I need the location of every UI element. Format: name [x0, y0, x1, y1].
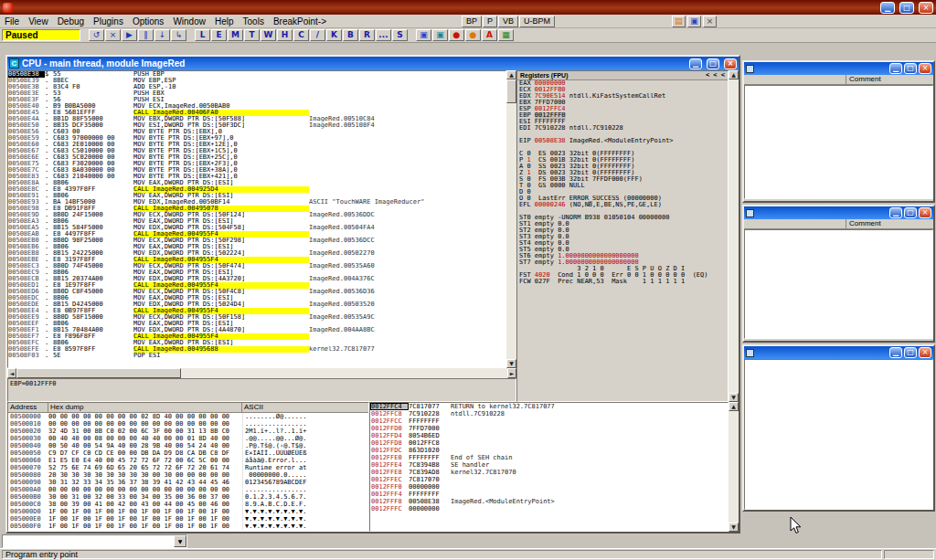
dump-row[interactable]: 005000E0 1F 00 1F 00 1F 00 1F 00 1F 00 1…	[8, 515, 368, 523]
disasm-row[interactable]: 00508EB0 . 8B0D 98F25000 MOV ECX,DWORD P…	[8, 238, 505, 244]
disasm-row[interactable]: 00508ED6 . 8B0D C8F45000 MOV ECX,DWORD P…	[8, 289, 505, 295]
menu-item[interactable]: File	[0, 16, 24, 27]
stack-row[interactable]: 0012FFD8 0012FFC8	[370, 439, 728, 447]
disasm-row[interactable]: 00508EFE . E8 8597F8FF CALL ImageRed.004…	[8, 346, 505, 353]
fpu-register-row[interactable]: ST2 empty 0.0	[517, 227, 728, 234]
info-pane[interactable]: EBP=0012FFF0	[7, 378, 516, 402]
side1-col2-header[interactable]: Comment	[846, 75, 933, 84]
menu-item[interactable]: Window	[168, 16, 210, 27]
disasm-row[interactable]: 00508E56 . C603 00 MOV BYTE PTR DS:[EBX]…	[8, 129, 505, 135]
stack-row[interactable]: 0012FFEC 7C817070	[370, 476, 728, 483]
cpu-minimize-button[interactable]	[689, 58, 702, 69]
register-row[interactable]: ESI FFFFFFFF	[517, 119, 728, 125]
flag-row[interactable]: T 0 GS 0000 NULL	[517, 183, 728, 189]
register-row[interactable]: EBX 7FFD7000	[517, 100, 728, 106]
side2-col2-header[interactable]: Comment	[846, 219, 933, 228]
dump-row[interactable]: 00500080 20 30 30 30 30 30 30 30 30 00 3…	[8, 471, 368, 479]
stack-row[interactable]: 0012FFF8 00508E38 ImageRed.<ModuleEntryP…	[370, 498, 728, 505]
fpu-register-row[interactable]: ST7 empty 1.0000000000000000000	[517, 259, 728, 266]
registers-pane[interactable]: Registers (FPU) < < < EAX 00000000 ECX 0…	[516, 70, 729, 402]
side2-minimize-button[interactable]	[889, 207, 902, 218]
fpu-register-row[interactable]: ST4 empty 0.0	[517, 240, 728, 247]
menu-item[interactable]: Options	[128, 16, 168, 27]
disasm-row[interactable]: 00508E3F . 56 PUSH ESI	[8, 97, 505, 103]
dump-row[interactable]: 00500090 30 31 32 33 34 35 36 37 38 39 4…	[8, 479, 368, 486]
dump-col-address[interactable]: Address	[8, 403, 48, 412]
debug-toolbar-button[interactable]: ↳	[171, 29, 186, 41]
menu-plugin-icon[interactable]: ▤	[672, 16, 686, 27]
fcw-row[interactable]: FCW 027F Prec NEAR,53 Mask 1 1 1 1 1 1	[517, 279, 728, 285]
side-window-1-titlebar[interactable]	[744, 62, 933, 75]
register-row[interactable]: EAX 00000000	[517, 80, 728, 87]
window-letter-button[interactable]: E	[211, 29, 227, 41]
disasm-row[interactable]: 00508E39 . 8BEC MOV EBP,ESP	[8, 78, 505, 84]
disasm-row[interactable]: 00508EC9 . 8B06 MOV EAX,DWORD PTR DS:[ES…	[8, 269, 505, 276]
disasm-row[interactable]: 00508EA3 . 8B06 MOV EAX,DWORD PTR DS:[ES…	[8, 218, 505, 225]
menu-item[interactable]: Debug	[53, 16, 89, 27]
scroll-thumb[interactable]	[506, 79, 516, 103]
disasm-row[interactable]: 00508EDE . 8B15 D4245000 MOV EDX,DWORD P…	[8, 301, 505, 308]
menu-plugin-icon[interactable]: ▣	[687, 16, 701, 27]
side3-maximize-button[interactable]	[904, 347, 917, 358]
scroll-up-icon[interactable]: ▲	[506, 70, 516, 79]
menu-item[interactable]: View	[24, 16, 53, 27]
dump-row[interactable]: 00500070 52 75 6E 74 69 6D 65 20 65 72 7…	[8, 464, 368, 471]
flag-row[interactable]: S 0 FS 003B 32bit 7FFDF000(FFF)	[517, 176, 728, 183]
disasm-row[interactable]: 00508EAB . E8 4497F8FF CALL ImageRed.004…	[8, 231, 505, 238]
flag-row[interactable]: A 0 SS 0023 32bit 0(FFFFFFFF)	[517, 164, 728, 170]
disasm-row[interactable]: 00508EDC . 8B06 MOV EAX,DWORD PTR DS:[ES…	[8, 295, 505, 301]
window-letter-button[interactable]: T	[244, 29, 260, 41]
dump-row[interactable]: 00500020 32 4D 31 00 8B C0 02 00 6C 3F 0…	[8, 428, 368, 435]
window-letter-button[interactable]: /	[310, 29, 325, 41]
cpu-window-titlebar[interactable]: C CPU - main thread, module ImageRed	[7, 57, 739, 70]
disasm-row[interactable]: 00508E40 . B9 B0BA5000 MOV ECX,ImageRed.…	[8, 103, 505, 110]
stack-row[interactable]: 0012FFF4 FFFFFFFF	[370, 491, 728, 498]
dump-row[interactable]: 00500000 00 00 00 00 00 00 00 00 02 8D 4…	[8, 413, 368, 420]
side-window-3-body[interactable]	[744, 359, 933, 510]
stack-row[interactable]: 0012FFC8 7C910228 ntdll.7C910228	[370, 410, 728, 417]
disasm-row[interactable]: 00508ECB . 8B15 20374A00 MOV EDX,DWORD P…	[8, 276, 505, 282]
scroll-down-icon[interactable]: ▼	[729, 393, 739, 402]
menu-item[interactable]: Help	[210, 16, 239, 27]
window-letter-button[interactable]: C	[293, 29, 309, 41]
disasm-row[interactable]: 00508ED1 . E8 1E97F8FF CALL ImageRed.004…	[8, 282, 505, 289]
disasm-row[interactable]: 00508EE4 . E8 0B97F8FF CALL ImageRed.004…	[8, 308, 505, 314]
disasm-vscrollbar[interactable]: ▲ ▼	[506, 70, 516, 368]
scroll-right-icon[interactable]: ►	[507, 368, 516, 378]
scroll-up-icon[interactable]: ▲	[729, 70, 739, 79]
debug-toolbar-button[interactable]: ↓	[154, 29, 170, 41]
dump-row[interactable]: 005000F0 1F 00 1F 00 1F 00 1F 00 1F 00 1…	[8, 523, 368, 530]
minimize-button[interactable]	[880, 2, 895, 14]
window-letter-button[interactable]: R	[359, 29, 375, 41]
debug-toolbar-button[interactable]: ×	[105, 29, 121, 41]
toolbar-icon-button[interactable]: ●	[465, 29, 481, 41]
disasm-hscrollbar[interactable]: ◄ ►	[7, 368, 516, 378]
stack-row[interactable]: 0012FFFC 00000000	[370, 505, 728, 512]
dump-row[interactable]: 00500050 C9 D7 CF C0 CD CE 00 00 DB DA D…	[8, 449, 368, 457]
stack-scrollbar[interactable]: ▲ ▼	[729, 402, 739, 532]
debug-toolbar-button[interactable]: ↺	[89, 29, 104, 41]
disasm-row[interactable]: 00508E60 . C683 2E010000 00 MOV BYTE PTR…	[8, 142, 505, 148]
stack-row[interactable]: 0012FFDC 863D1020	[370, 447, 728, 454]
register-row[interactable]: ESP 0012FFC4	[517, 106, 728, 112]
disasm-row[interactable]: 00508E38 $ 55 PUSH EBP	[8, 71, 505, 78]
disasm-row[interactable]: 00508EBE . E8 3197F8FF CALL ImageRed.004…	[8, 257, 505, 263]
flag-row[interactable]: Z 1 DS 0023 32bit 0(FFFFFFFF)	[517, 170, 728, 176]
register-row[interactable]: ECX 0012FFB0	[517, 87, 728, 93]
disasm-row[interactable]: 00508EB6 . 8B06 MOV EAX,DWORD PTR DS:[ES…	[8, 244, 505, 250]
flag-row[interactable]: O 0 LastErr ERROR_SUCCESS (00000000)	[517, 195, 728, 202]
side1-minimize-button[interactable]	[889, 63, 902, 74]
disasm-row[interactable]: 00508E93 . BA 14BF5000 MOV EDX,ImageRed.…	[8, 199, 505, 206]
disasm-row[interactable]: 00508E75 . C683 F3020000 00 MOV BYTE PTR…	[8, 161, 505, 167]
disasm-row[interactable]: 00508E83 . C683 21040000 00 MOV BYTE PTR…	[8, 174, 505, 180]
command-input[interactable]	[3, 535, 174, 547]
stack-row[interactable]: 0012FFE8 7C839AD8 kernel32.7C817070	[370, 469, 728, 476]
disasm-row[interactable]: 00508E4A . 8B1D 88F55000 MOV EBX,DWORD P…	[8, 116, 505, 122]
window-letter-button[interactable]: ...	[376, 29, 391, 41]
window-letter-button[interactable]: H	[277, 29, 292, 41]
register-row[interactable]: EDX 7C90E514 ntdll.KiFastSystemCallRet	[517, 93, 728, 100]
dump-row[interactable]: 00500040 00 50 40 00 54 9A 40 00 28 9B 4…	[8, 442, 368, 449]
disasm-row[interactable]: 00508F03 . 5E POP ESI	[8, 353, 505, 359]
side-window-2-titlebar[interactable]	[744, 206, 933, 219]
disasm-row[interactable]: 00508EB8 . 8B15 24225000 MOV EDX,DWORD P…	[8, 250, 505, 257]
